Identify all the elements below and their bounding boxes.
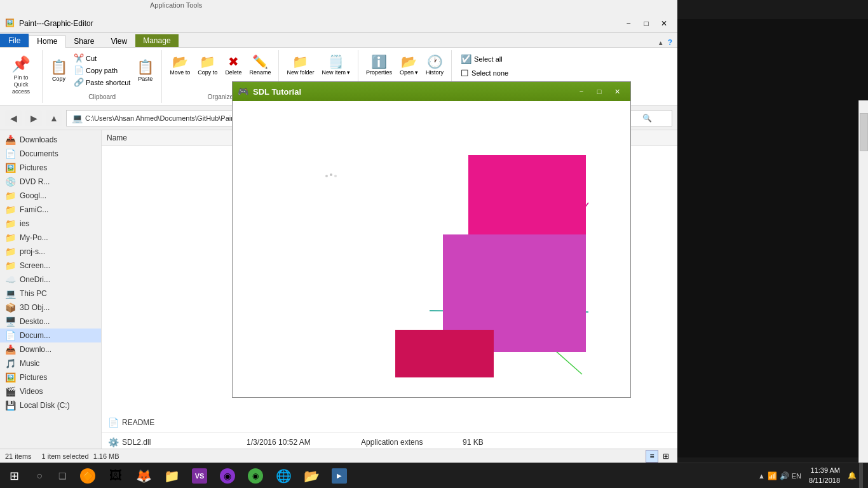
sidebar-pictures-label: Pictures xyxy=(20,163,47,172)
show-hidden-icons[interactable]: ▲ xyxy=(758,472,765,480)
sidebar-item-dvd[interactable]: 💿 DVD R... xyxy=(0,175,101,189)
taskbar-chrome[interactable]: 🌐 xyxy=(269,463,297,489)
sidebar-item-downloads[interactable]: 📥 Downloads xyxy=(0,133,101,147)
copy-to-button[interactable]: 📁 Copy to xyxy=(195,53,220,77)
col-name[interactable]: Name xyxy=(102,132,241,144)
copy-to-label: Copy to xyxy=(198,69,217,76)
keyboard-icon[interactable]: EN xyxy=(792,472,801,480)
network-icon[interactable]: 📶 xyxy=(768,471,777,480)
sidebar-item-thispc[interactable]: 💻 This PC xyxy=(0,287,101,301)
tab-file[interactable]: File xyxy=(0,34,29,47)
taskbar-clock[interactable]: 11:39 AM 8/11/2018 xyxy=(804,466,845,485)
tab-home[interactable]: Home xyxy=(29,35,65,48)
cortana-button[interactable]: ○ xyxy=(28,463,51,489)
sidebar-item-documents2[interactable]: 📄 Docum... xyxy=(0,329,101,342)
delete-button[interactable]: ✖ Delete xyxy=(222,53,244,77)
sidebar-item-screen[interactable]: 📁 Screen... xyxy=(0,259,101,273)
sidebar-item-pictures[interactable]: 🖼️ Pictures xyxy=(0,161,101,175)
large-icons-view-button[interactable]: ⊞ xyxy=(660,450,672,463)
sidebar-item-proj[interactable]: 📁 proj-s... xyxy=(0,245,101,259)
taskbar-folder2[interactable]: 📂 xyxy=(297,463,325,489)
taskbar-vlc[interactable]: 🔶 xyxy=(74,463,102,489)
table-row[interactable]: 📄 README xyxy=(102,413,677,433)
clock-date: 8/11/2018 xyxy=(809,476,840,485)
taskbar-app-green[interactable]: ◉ xyxy=(241,463,269,489)
screen-icon: 📁 xyxy=(5,261,16,271)
sidebar-item-ies[interactable]: 📁 ies xyxy=(0,217,101,231)
details-view-button[interactable]: ≡ xyxy=(646,450,658,463)
move-button[interactable]: 📂 Move to xyxy=(167,53,193,77)
sidebar-item-pictures2[interactable]: 🖼️ Pictures xyxy=(0,370,101,384)
clipboard-buttons: 📋 Copy ✂️ Cut 📄 Copy path 🔗 Paste shortc… xyxy=(48,53,156,88)
copy-button[interactable]: 📋 Copy xyxy=(48,58,70,83)
volume-icon[interactable]: 🔊 xyxy=(780,471,789,480)
localdisk-icon: 💾 xyxy=(5,400,16,410)
tab-manage[interactable]: Manage xyxy=(135,34,178,47)
help-icon[interactable]: ? xyxy=(668,38,672,47)
back-button[interactable]: ◀ xyxy=(5,110,22,126)
minimize-button[interactable]: − xyxy=(620,17,637,30)
history-label: History xyxy=(426,69,444,76)
taskbar-vs[interactable]: VS xyxy=(186,463,214,489)
sdl-close-button[interactable]: ✕ xyxy=(609,85,625,98)
paste-shortcut-icon: 🔗 xyxy=(74,78,84,87)
sidebar-item-documents[interactable]: 📄 Documents xyxy=(0,147,101,161)
taskbar-image-viewer[interactable]: 🖼 xyxy=(102,463,130,489)
sidebar-item-music[interactable]: 🎵 Music xyxy=(0,356,101,370)
select-none-button[interactable]: ☐ Select none xyxy=(457,67,525,79)
open-button[interactable]: 📂 Open ▾ xyxy=(397,53,421,77)
tab-share[interactable]: Share xyxy=(65,35,102,47)
up-button[interactable]: ▲ xyxy=(46,110,62,126)
close-button[interactable]: ✕ xyxy=(656,17,672,30)
sidebar-item-google[interactable]: 📁 Googl... xyxy=(0,189,101,203)
paste-shortcut-button[interactable]: 🔗 Paste shortcut xyxy=(71,77,133,88)
spinner-area xyxy=(322,171,341,190)
select-all-label: Select all xyxy=(474,55,503,63)
maximize-button[interactable]: □ xyxy=(638,17,654,30)
sidebar-downloads-label: Downloads xyxy=(20,135,57,144)
sidebar-item-downloads2[interactable]: 📥 Downlo... xyxy=(0,342,101,356)
new-item-button[interactable]: 🗒️ New item ▾ xyxy=(319,53,353,77)
select-all-button[interactable]: ☑️ Select all xyxy=(457,53,525,65)
taskbar-tray: ▲ 📶 🔊 EN 11:39 AM 8/11/2018 🔔 xyxy=(758,463,868,489)
sidebar-item-localdisk[interactable]: 💾 Local Disk (C:) xyxy=(0,398,101,412)
properties-button[interactable]: ℹ️ Properties xyxy=(363,53,395,77)
sidebar-item-onedrive[interactable]: ☁️ OneDri... xyxy=(0,273,101,287)
scrollbar-thumb[interactable] xyxy=(860,113,868,151)
sidebar-item-mypo[interactable]: 📁 My-Po... xyxy=(0,231,101,245)
tab-view[interactable]: View xyxy=(102,35,135,47)
paste-button[interactable]: 📋 Paste xyxy=(134,58,156,83)
sidebar-item-famic[interactable]: 📁 FamiC... xyxy=(0,203,101,217)
taskbar-file-explorer[interactable]: 📁 xyxy=(158,463,186,489)
new-folder-button[interactable]: 📁 New folder xyxy=(284,53,316,77)
taskbar-app-purple[interactable]: ◉ xyxy=(214,463,241,489)
sidebar-mypo-label: My-Po... xyxy=(20,233,48,242)
sdl-maximize-button[interactable]: □ xyxy=(591,85,607,98)
pin-group: 📌 Pin to Quick access xyxy=(0,50,43,103)
paste-path-button[interactable]: 📄 Copy path xyxy=(71,65,133,76)
pin-quick-access-button[interactable]: 📌 Pin to Quick access xyxy=(5,53,37,97)
sidebar-item-desktop[interactable]: 🖥️ Deskto... xyxy=(0,315,101,329)
status-right: ≡ ⊞ xyxy=(646,450,672,463)
sidebar-dvd-label: DVD R... xyxy=(20,177,50,186)
cut-button[interactable]: ✂️ Cut xyxy=(71,53,133,64)
sidebar-item-3dobj[interactable]: 📦 3D Obj... xyxy=(0,301,101,315)
explorer-scrollbar[interactable] xyxy=(858,100,868,463)
forward-button[interactable]: ▶ xyxy=(25,110,42,126)
mypo-icon: 📁 xyxy=(5,233,16,243)
sidebar-item-videos[interactable]: 🎬 Videos xyxy=(0,384,101,398)
taskbar-firefox[interactable]: 🦊 xyxy=(130,463,158,489)
taskbar-console[interactable]: ▶ xyxy=(325,463,353,489)
sdl-minimize-button[interactable]: − xyxy=(573,85,590,98)
paste-path-icon: 📄 xyxy=(74,65,84,75)
minimize-ribbon-arrow[interactable]: ▲ xyxy=(658,39,664,46)
task-view-button[interactable]: ❑ xyxy=(51,463,74,489)
start-button[interactable]: ⊞ xyxy=(0,463,28,489)
table-row[interactable]: ⚙️ SDL2.dll 1/3/2016 10:52 AM Applicatio… xyxy=(102,433,677,449)
items-count: 21 items xyxy=(5,452,32,460)
rename-button[interactable]: ✏️ Rename xyxy=(247,53,273,77)
show-desktop-button[interactable] xyxy=(859,463,863,489)
history-button[interactable]: 🕐 History xyxy=(423,53,446,77)
notification-bell[interactable]: 🔔 xyxy=(848,471,857,480)
sidebar-pictures2-label: Pictures xyxy=(20,373,47,382)
